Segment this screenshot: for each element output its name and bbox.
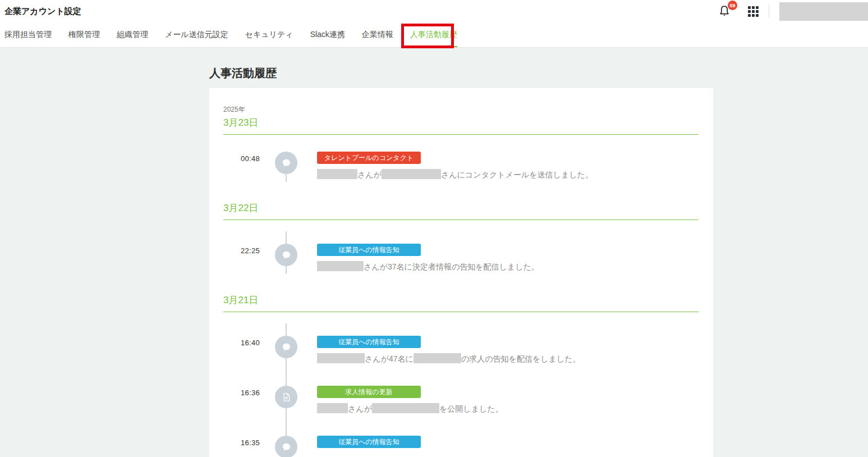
day-entries: 16:40 従業員への情報告知 さんが47名にの求人の告知を配信をしました。 1… [223,312,699,457]
redacted-text [382,169,441,179]
entry-content: 従業員への情報告知 [317,436,699,457]
description-text: さんが37名に決定者情報の告知を配信しました。 [364,262,539,271]
timeline-entry: 22:25 従業員への情報告知 さんが37名に決定者情報の告知を配信しました。 [223,244,699,274]
main-content: 人事活動履歴 2025年 3月23日 00:48 タレントプールのコンタクト さ… [0,48,868,457]
timeline-day-group: 3月22日 22:25 従業員への情報告知 さんが37名に決定者情報の告知を配信… [223,202,699,274]
entry-node-circle [275,244,297,266]
entry-time: 16:35 [223,436,260,457]
activity-type-badge: 従業員への情報告知 [317,336,421,348]
entry-node [260,436,317,457]
entry-node-circle [275,152,297,174]
tab-4[interactable]: メール送信元設定 [157,22,237,47]
header-divider [769,5,769,17]
notifications-button[interactable]: 59 [718,4,731,18]
chat-icon [281,442,292,453]
timeline-entry: 00:48 タレントプールのコンタクト さんがさんにコンタクトメールを送信しまし… [223,152,699,182]
timeline-day-group: 2025年 3月23日 00:48 タレントプールのコンタクト さんがさんにコン… [223,105,699,182]
timeline-day-group: 3月21日 16:40 従業員への情報告知 さんが47名にの求人の告知を配信をし… [223,294,699,457]
activity-history-card: 2025年 3月23日 00:48 タレントプールのコンタクト さんがさんにコン… [209,88,713,457]
timeline-entry: 16:36 求人情報の更新 さんがを公開しました。 [223,386,699,416]
entry-node [260,336,317,366]
activity-type-badge: タレントプールのコンタクト [317,152,421,164]
tab-3[interactable]: 組織管理 [108,22,157,47]
header-actions: 59 [718,2,868,21]
account-name-redacted [779,2,868,21]
tab-6[interactable]: Slack連携 [302,22,353,47]
app-header: 企業アカウント設定 59 [0,0,868,22]
section-heading: 人事活動履歴 [209,66,868,80]
app-grid-icon[interactable] [748,6,759,17]
tab-1[interactable]: 採用担当管理 [4,22,60,47]
entry-description: さんがを公開しました。 [317,403,699,414]
entry-content: タレントプールのコンタクト さんがさんにコンタクトメールを送信しました。 [317,152,699,182]
entry-content: 従業員への情報告知 さんが37名に決定者情報の告知を配信しました。 [317,244,699,274]
day-year-label: 2025年 [223,105,699,114]
entry-content: 従業員への情報告知 さんが47名にの求人の告知を配信をしました。 [317,336,699,366]
activity-timeline: 2025年 3月23日 00:48 タレントプールのコンタクト さんがさんにコン… [223,105,699,457]
day-date-label: 3月22日 [223,202,699,215]
activity-type-badge: 従業員への情報告知 [317,436,421,448]
description-text: を公開しました。 [439,404,503,413]
entry-node-circle [275,436,297,457]
activity-type-badge: 求人情報の更新 [317,386,421,398]
notification-count-badge: 59 [728,1,737,10]
day-entries: 00:48 タレントプールのコンタクト さんがさんにコンタクトメールを送信しまし… [223,135,699,182]
chat-icon [281,342,292,353]
redacted-text [372,403,439,413]
tab-7[interactable]: 企業情報 [353,22,402,47]
entry-description: さんが37名に決定者情報の告知を配信しました。 [317,261,699,272]
settings-tabbar: 採用担当管理権限管理組織管理メール送信元設定セキュリティSlack連携企業情報人… [0,22,868,48]
entry-content: 求人情報の更新 さんがを公開しました。 [317,386,699,416]
entry-description: さんがさんにコンタクトメールを送信しました。 [317,169,699,180]
entry-time: 22:25 [223,244,260,274]
entry-node-circle [275,386,297,408]
redacted-text [317,169,357,179]
redacted-text [414,353,461,363]
tab-5[interactable]: セキュリティ [237,22,302,47]
entry-time: 00:48 [223,152,260,182]
tab-8[interactable]: 人事活動履歴 [402,22,466,47]
entry-time: 16:36 [223,386,260,416]
timeline-entry: 16:35 従業員への情報告知 [223,436,699,457]
chat-icon [281,250,292,261]
description-text: さんが [357,170,382,179]
tab-2[interactable]: 権限管理 [60,22,108,47]
entry-node-circle [275,336,297,358]
document-icon [282,392,291,402]
description-text: の求人の告知を配信をしました。 [461,354,581,363]
entry-node [260,152,317,182]
description-text: さんが47名に [365,354,414,363]
entry-node [260,244,317,274]
redacted-text [317,353,365,363]
description-text: さんにコンタクトメールを送信しました。 [441,170,593,179]
entry-node [260,386,317,416]
page-title: 企業アカウント設定 [4,6,81,17]
entry-time: 16:40 [223,336,260,366]
chat-icon [281,158,292,168]
day-date-label: 3月23日 [223,116,699,130]
day-date-label: 3月21日 [223,294,699,307]
redacted-text [317,403,348,413]
description-text: さんが [348,404,372,413]
bell-icon [718,10,731,20]
timeline-entry: 16:40 従業員への情報告知 さんが47名にの求人の告知を配信をしました。 [223,336,699,366]
day-entries: 22:25 従業員への情報告知 さんが37名に決定者情報の告知を配信しました。 [223,220,699,274]
redacted-text [317,261,364,271]
entry-description: さんが47名にの求人の告知を配信をしました。 [317,353,699,364]
activity-type-badge: 従業員への情報告知 [317,244,421,256]
